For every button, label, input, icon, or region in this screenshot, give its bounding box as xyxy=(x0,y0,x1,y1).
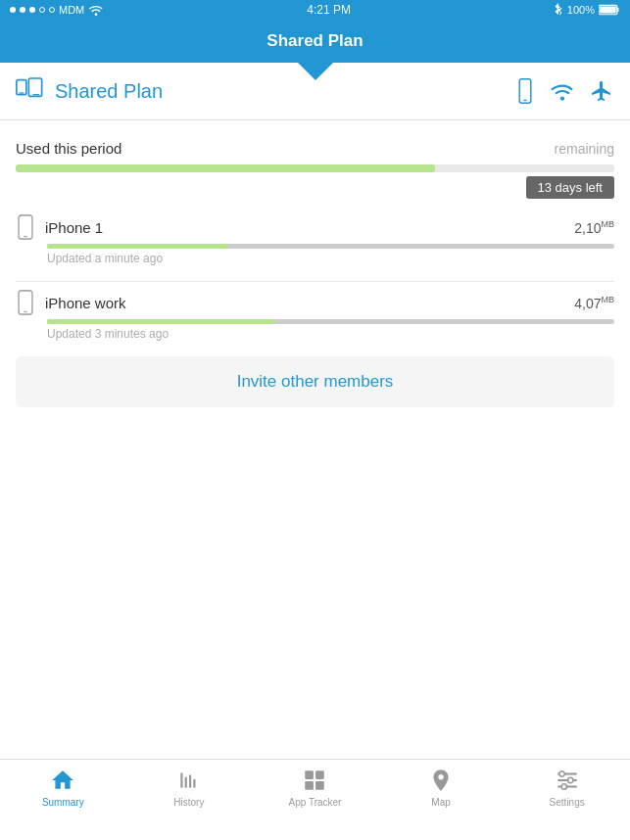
tab-history-label: History xyxy=(173,797,204,808)
svg-rect-19 xyxy=(189,775,191,788)
tab-app-tracker-label: App Tracker xyxy=(289,797,342,808)
header-title: Shared Plan xyxy=(55,80,163,103)
device-row-2: iPhone work 4,07MB Updated 3 minutes ago xyxy=(16,290,614,341)
main-progress-bar xyxy=(16,164,614,172)
device-progress-bar-1 xyxy=(47,244,614,249)
svg-rect-4 xyxy=(19,82,24,90)
signal-dot-4 xyxy=(39,7,45,13)
home-icon xyxy=(50,768,75,793)
device-left-1: iPhone 1 xyxy=(16,214,103,240)
svg-rect-7 xyxy=(31,81,39,92)
device-left-2: iPhone work xyxy=(16,290,126,315)
wifi-icon xyxy=(88,4,104,16)
device-progress-fill-1 xyxy=(47,244,228,249)
svg-point-28 xyxy=(559,771,564,776)
device-updated-1: Updated a minute ago xyxy=(47,252,614,265)
header-left: Shared Plan xyxy=(16,76,163,106)
svg-rect-16 xyxy=(21,293,30,308)
dropdown-arrow xyxy=(298,63,333,80)
device-row-1: iPhone 1 2,10MB Updated a minute ago xyxy=(16,214,614,265)
device-updated-2: Updated 3 minutes ago xyxy=(47,327,614,341)
invite-section[interactable]: Invite other members xyxy=(16,356,614,407)
devices-icon xyxy=(16,76,45,100)
svg-rect-20 xyxy=(193,779,195,788)
main-progress-fill xyxy=(16,164,435,172)
days-left-badge: 13 days left xyxy=(526,176,615,199)
device-usage-1: 2,10MB xyxy=(574,219,614,236)
svg-rect-14 xyxy=(19,291,32,314)
shared-plan-icon xyxy=(16,76,45,106)
svg-rect-21 xyxy=(306,770,315,779)
device-progress-fill-2 xyxy=(47,319,274,324)
signal-dot-3 xyxy=(29,7,35,13)
battery-icon xyxy=(599,4,620,16)
days-left-wrapper: 13 days left xyxy=(16,176,614,199)
tab-history[interactable]: History xyxy=(126,768,253,808)
status-time: 4:21 PM xyxy=(307,3,351,17)
period-row: Used this period remaining xyxy=(16,140,614,157)
device-header-2: iPhone work 4,07MB xyxy=(16,290,614,315)
signal-dot-1 xyxy=(10,7,16,13)
status-right: 100% xyxy=(554,3,620,17)
carrier-label: MDM xyxy=(59,4,84,16)
nav-bar: Shared Plan xyxy=(0,20,630,63)
settings-icon xyxy=(555,768,580,793)
status-bar: MDM 4:21 PM 100% xyxy=(0,0,630,20)
tab-app-tracker[interactable]: App Tracker xyxy=(252,768,378,808)
period-label: Used this period xyxy=(16,140,121,157)
tab-settings-label: Settings xyxy=(550,797,585,808)
svg-rect-9 xyxy=(519,79,531,104)
svg-rect-23 xyxy=(306,781,315,790)
device-name-2: iPhone work xyxy=(45,295,126,311)
svg-point-30 xyxy=(561,784,566,789)
svg-rect-2 xyxy=(600,6,616,13)
remaining-label: remaining xyxy=(555,141,614,157)
device-phone-icon-1 xyxy=(16,214,35,240)
device-name-1: iPhone 1 xyxy=(45,219,103,236)
svg-rect-17 xyxy=(180,772,182,787)
main-content: Used this period remaining 13 days left … xyxy=(0,120,630,407)
svg-rect-1 xyxy=(617,8,619,13)
device-separator xyxy=(16,281,614,282)
signal-dot-2 xyxy=(20,7,25,13)
airplane-icon xyxy=(589,79,614,103)
invite-button[interactable]: Invite other members xyxy=(237,372,394,392)
svg-rect-6 xyxy=(28,78,41,96)
tab-map-label: Map xyxy=(431,797,450,808)
svg-rect-13 xyxy=(21,217,30,233)
tab-summary-label: Summary xyxy=(42,797,84,808)
header-right xyxy=(514,78,614,104)
device-usage-2: 4,07MB xyxy=(574,295,614,311)
svg-rect-22 xyxy=(316,770,325,779)
nav-title: Shared Plan xyxy=(267,31,363,51)
device-header-1: iPhone 1 2,10MB xyxy=(16,214,614,240)
tab-summary[interactable]: Summary xyxy=(0,768,126,808)
svg-point-29 xyxy=(567,777,572,782)
wifi-status-icon xyxy=(550,81,575,101)
device-phone-icon-2 xyxy=(16,290,35,315)
tab-bar: Summary History App Tracker Map xyxy=(0,759,630,840)
phone-icon xyxy=(514,78,536,104)
device-progress-bar-2 xyxy=(47,319,614,324)
bluetooth-icon xyxy=(554,3,563,17)
signal-dot-5 xyxy=(49,7,55,13)
svg-rect-11 xyxy=(19,215,32,239)
map-icon xyxy=(428,768,454,793)
svg-rect-24 xyxy=(316,781,325,790)
app-tracker-icon xyxy=(302,768,327,793)
svg-rect-18 xyxy=(185,777,187,788)
status-left: MDM xyxy=(10,4,104,16)
tab-settings[interactable]: Settings xyxy=(504,768,630,808)
history-icon xyxy=(176,768,202,793)
battery-label: 100% xyxy=(567,4,595,16)
tab-map[interactable]: Map xyxy=(378,768,505,808)
